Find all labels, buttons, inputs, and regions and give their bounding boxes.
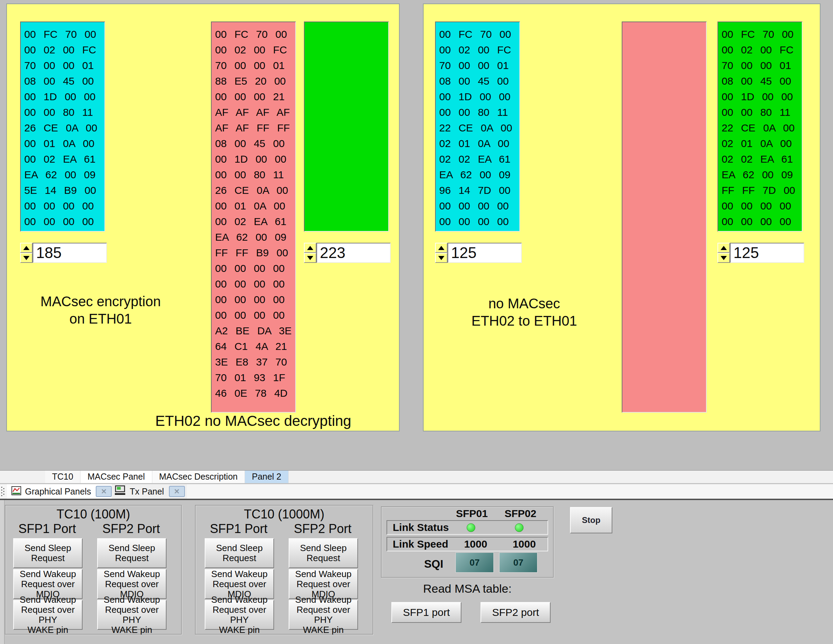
hex-row: 00 01 0A 00 (215, 198, 295, 214)
hex-row: 08 00 45 00 (24, 73, 105, 89)
toolbar-item-tx-panel[interactable]: Tx Panel ✕ (112, 484, 187, 499)
toolbar-item-graphical-panels[interactable]: Graphical Panels ✕ (7, 484, 114, 499)
close-tx-panel-button[interactable]: ✕ (169, 486, 185, 497)
hex-row: 88 E5 20 00 (215, 73, 295, 89)
sfp1-100m-send-sleep-button[interactable]: Send Sleep Request (13, 538, 82, 568)
hex-row: 00 00 00 00 (215, 307, 295, 323)
link-status-label: Link Status (393, 522, 449, 533)
hex-row: 08 00 45 00 (722, 73, 802, 89)
down-arrow-icon (23, 256, 29, 260)
panel-tab-bar: TC10 MACsec Panel MACsec Description Pan… (0, 470, 833, 483)
sfp1-1000m-send-sleep-button[interactable]: Send Sleep Request (205, 538, 274, 568)
hex-row: 70 01 93 1F (215, 370, 295, 385)
hex-row: 00 00 00 00 (439, 198, 519, 214)
group-tc10-100m: TC10 (100M) SFP1 Port SFP2 Port Send Sle… (5, 505, 182, 634)
hex-row: 70 00 00 01 (215, 58, 295, 73)
sfp01-header: SFP01 (449, 508, 494, 519)
eth02-frame-count-field[interactable] (317, 243, 391, 263)
eth01-frame-count-spinner (20, 243, 107, 263)
hex-row: 70 00 00 01 (722, 58, 802, 73)
hex-row: 00 02 EA 61 (215, 214, 295, 229)
read-msa-sfp1-button[interactable]: SFP1 port (391, 602, 462, 623)
group-title: TC10 (1000M) (196, 507, 373, 522)
link-speed-row: Link Speed 1000 1000 (386, 537, 548, 551)
sfp01-sqi-display: 07 (455, 552, 494, 573)
hex-row: 22 CE 0A 00 (722, 120, 802, 136)
spin-down-button[interactable] (717, 253, 730, 263)
hex-row: 00 00 80 11 (24, 104, 105, 120)
hex-row: 26 CE 0A 00 (24, 120, 105, 136)
hex-row: AF AF FF FF (215, 120, 295, 136)
hex-row: 08 00 45 00 (439, 73, 519, 89)
tab-macsec-panel[interactable]: MACsec Panel (80, 471, 152, 483)
down-arrow-icon (720, 256, 727, 260)
hex-row: 00 1D 00 00 (215, 151, 295, 167)
spin-down-button[interactable] (435, 253, 447, 263)
hex-row: 70 00 00 01 (24, 58, 105, 73)
hex-row: 00 00 00 00 (722, 214, 802, 229)
sfp1-100m-wakeup-phy-button[interactable]: Send Wakeup Request over PHY WAKE pin (13, 600, 82, 630)
hex-row: 96 14 7D 00 (439, 182, 519, 198)
spin-up-button[interactable] (435, 243, 447, 253)
hex-row: 02 01 0A 00 (439, 136, 519, 151)
close-graphical-panels-button[interactable]: ✕ (96, 486, 112, 497)
spin-down-button[interactable] (20, 253, 33, 263)
tab-panel-2[interactable]: Panel 2 (245, 471, 289, 483)
toolbar-item-label: Graphical Panels (25, 487, 91, 496)
sfp1-1000m-wakeup-phy-button[interactable]: Send Wakeup Request over PHY WAKE pin (205, 600, 274, 630)
hex-row: 00 00 00 00 (24, 214, 105, 229)
sfp2-1000m-send-sleep-button[interactable]: Send Sleep Request (289, 538, 358, 568)
hex-row: 00 00 00 00 (24, 198, 105, 214)
hex-row: 00 00 80 11 (722, 104, 802, 120)
hex-row: 08 00 45 00 (215, 136, 295, 151)
sfp2-100m-send-sleep-button[interactable]: Send Sleep Request (97, 538, 167, 568)
sfp02-sqi-display: 07 (499, 552, 538, 573)
tab-macsec-description[interactable]: MACsec Description (152, 471, 245, 483)
up-arrow-icon (307, 246, 313, 250)
sfp02-link-speed-value: 1000 (503, 538, 545, 550)
spin-up-button[interactable] (20, 243, 33, 253)
hex-row: 00 02 00 FC (215, 42, 295, 58)
group-title: TC10 (100M) (6, 507, 181, 522)
sqi-label: SQI (415, 558, 453, 570)
group-tc10-1000m: TC10 (1000M) SFP1 Port SFP2 Port Send Sl… (195, 505, 373, 634)
app-window: 00 FC 70 0000 02 00 FC70 00 00 0108 00 4… (0, 0, 833, 644)
control-area: TC10 (100M) SFP1 Port SFP2 Port Send Sle… (0, 500, 833, 644)
graphical-panels-icon (9, 485, 21, 498)
tx-panel-icon (114, 485, 126, 498)
sfp2-100m-wakeup-phy-button[interactable]: Send Wakeup Request over PHY WAKE pin (97, 600, 167, 630)
hex-row: 00 02 00 FC (439, 42, 519, 58)
eth02-tx-count-spinner (435, 243, 522, 263)
drag-handle-icon[interactable] (1, 486, 5, 498)
macsec-panel-left: 00 FC 70 0000 02 00 FC70 00 00 0108 00 4… (6, 3, 400, 431)
eth01-rx-count-field[interactable] (730, 243, 804, 263)
spin-up-button[interactable] (304, 243, 317, 253)
hex-row: 00 02 EA 61 (24, 151, 105, 167)
sfp2-1000m-wakeup-phy-button[interactable]: Send Wakeup Request over PHY WAKE pin (289, 600, 358, 630)
hex-row: 02 02 EA 61 (439, 151, 519, 167)
hex-row: EA 62 00 09 (439, 167, 519, 182)
hex-dump-eth01-sent: 00 FC 70 0000 02 00 FC70 00 00 0108 00 4… (20, 21, 105, 232)
sfp1-port-header: SFP1 Port (204, 522, 273, 536)
hex-row: 00 00 80 11 (215, 167, 295, 182)
hex-row: 46 0E 78 4D (215, 385, 295, 401)
tab-tc10[interactable]: TC10 (45, 471, 80, 483)
read-msa-label: Read MSA table: (381, 582, 554, 596)
hex-row: 00 01 0A 00 (24, 136, 105, 151)
hex-row: 64 C1 4A 21 (215, 339, 295, 354)
eth01-frame-count-field[interactable] (33, 243, 107, 263)
sfp02-link-led (515, 523, 524, 532)
hex-row: 00 1D 00 00 (722, 89, 802, 104)
read-msa-sfp2-button[interactable]: SFP2 port (481, 602, 551, 623)
link-speed-label: Link Speed (393, 538, 448, 550)
down-arrow-icon (307, 256, 313, 260)
stop-button[interactable]: Stop (570, 507, 612, 533)
dock-edge-strip (0, 500, 5, 644)
sfp02-header: SFP02 (498, 508, 543, 519)
link-status-row: Link Status (386, 520, 548, 535)
hex-row: AF AF AF AF (215, 104, 295, 120)
hex-row: 00 02 00 FC (722, 42, 802, 58)
eth02-tx-count-field[interactable] (447, 243, 522, 263)
spin-down-button[interactable] (304, 253, 317, 263)
spin-up-button[interactable] (717, 243, 730, 253)
